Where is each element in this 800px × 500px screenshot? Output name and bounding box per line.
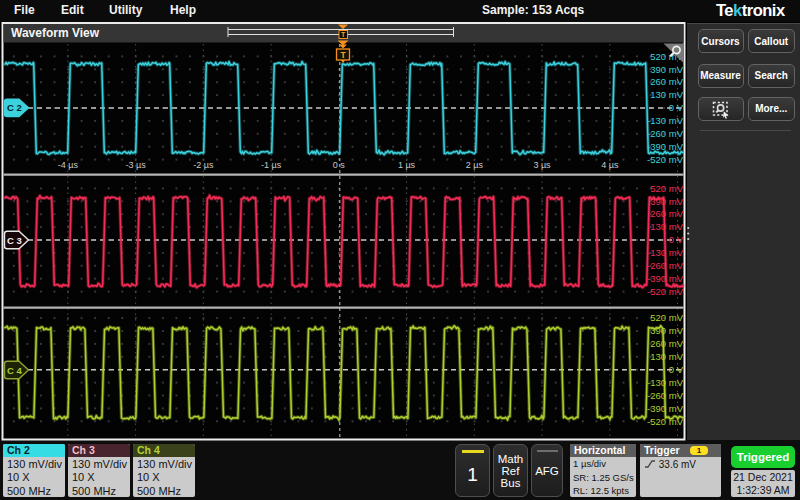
svg-text:2 µs: 2 µs [466,160,484,170]
svg-text:0 s: 0 s [333,160,346,170]
svg-text:T: T [341,31,346,38]
svg-text:260 mV: 260 mV [650,208,683,219]
svg-text:-2 µs: -2 µs [193,160,214,170]
svg-text:C 3: C 3 [7,235,22,246]
svg-text:0 V: 0 V [669,364,684,375]
svg-text:-130 mV: -130 mV [647,115,684,126]
svg-text:C 2: C 2 [7,102,22,113]
svg-text:390 mV: 390 mV [650,64,683,75]
svg-text:130 mV: 130 mV [650,89,683,100]
svg-text:130 mV: 130 mV [650,221,683,232]
svg-text:0 V: 0 V [669,102,684,113]
svg-text:260 mV: 260 mV [650,76,683,87]
svg-text:520 mV: 520 mV [650,312,683,323]
svg-text:0 V: 0 V [669,234,684,245]
svg-text:260 mV: 260 mV [650,338,683,349]
svg-text:-3 µs: -3 µs [125,160,146,170]
svg-text:-260 mV: -260 mV [647,128,684,139]
svg-text:C 4: C 4 [7,365,23,376]
svg-text:1 µs: 1 µs [398,160,416,170]
svg-text:-4 µs: -4 µs [58,160,79,170]
svg-text:520 mV: 520 mV [650,183,683,194]
svg-text:3 µs: 3 µs [533,160,551,170]
svg-text:Waveform View: Waveform View [11,26,100,40]
svg-text:130 mV: 130 mV [650,351,683,362]
svg-text:T: T [340,50,346,60]
svg-text:4 µs: 4 µs [601,160,619,170]
svg-text:-1 µs: -1 µs [261,160,282,170]
